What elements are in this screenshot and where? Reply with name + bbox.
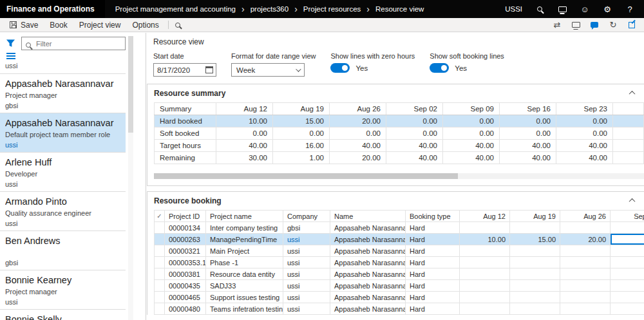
breadcrumb-item[interactable]: Project resources: [303, 5, 361, 13]
summary-column-header[interactable]: Aug 19: [273, 103, 330, 115]
summary-cell[interactable]: 40.00: [443, 152, 500, 164]
collapse-chevron-icon[interactable]: [629, 91, 636, 97]
booking-name-cell[interactable]: Appasaheb Narasanna...: [330, 292, 406, 303]
booking-column-header[interactable]: Aug 19: [510, 211, 560, 222]
summary-column-header[interactable]: Aug 12: [216, 103, 273, 115]
book-button[interactable]: Book: [44, 18, 73, 32]
booking-project-id-cell[interactable]: 00000435: [165, 280, 206, 292]
calendar-icon[interactable]: [205, 66, 213, 73]
booking-hours-cell[interactable]: [560, 222, 611, 234]
booking-hours-cell[interactable]: 15.00: [510, 234, 560, 245]
booking-project-name-cell[interactable]: Support issues testing: [206, 292, 283, 303]
booking-project-id-cell[interactable]: 00000321: [165, 245, 206, 257]
summary-cell[interactable]: 0.00: [556, 127, 613, 140]
booking-row[interactable]: 00000435SADJ33ussiAppasaheb Narasanna...…: [155, 280, 644, 292]
booking-name-cell[interactable]: Appasaheb Narasanna...: [330, 234, 406, 245]
booking-company-cell[interactable]: ussi: [283, 245, 330, 257]
open-in-new-window-icon[interactable]: [626, 19, 638, 31]
swap-company-icon[interactable]: ⇄: [551, 19, 563, 31]
resource-summary-header[interactable]: Resource summary: [147, 84, 644, 102]
booking-row[interactable]: 00000134Inter company testinggbsiAppasah…: [155, 222, 644, 234]
booking-company-cell[interactable]: ussi: [283, 292, 330, 303]
row-select-cell[interactable]: [155, 222, 165, 234]
booking-type-cell[interactable]: Hard: [406, 280, 460, 292]
summary-cell[interactable]: 30.00: [216, 152, 273, 164]
row-select-cell[interactable]: [155, 257, 165, 268]
booking-column-header[interactable]: Booking type: [406, 211, 460, 222]
summary-cell[interactable]: 40.00: [330, 140, 386, 152]
booking-row[interactable]: 00000381Resource data entityussiAppasahe…: [155, 268, 644, 280]
toolbar-search-icon[interactable]: [172, 19, 184, 31]
summary-row[interactable]: Target hours40.0016.0040.0040.0040.0040.…: [155, 140, 644, 152]
summary-cell[interactable]: 40.00: [216, 140, 273, 152]
booking-project-name-cell[interactable]: Resource data entity: [206, 268, 283, 280]
booking-hours-cell[interactable]: [510, 268, 560, 280]
booking-type-cell[interactable]: Hard: [406, 234, 460, 245]
resource-list-item[interactable]: Bonnie SkellyProject managerussi: [0, 310, 126, 320]
summary-cell[interactable]: 0.00: [443, 115, 500, 127]
breadcrumb-item[interactable]: projects360: [251, 5, 289, 13]
summary-column-header[interactable]: Sep 16: [500, 103, 556, 115]
collapse-chevron-icon[interactable]: [629, 198, 636, 205]
summary-row[interactable]: Hard booked10.0015.0020.000.000.000.000.…: [155, 115, 644, 127]
row-select-cell[interactable]: [155, 245, 165, 257]
booking-hours-cell[interactable]: [611, 257, 644, 268]
booking-hours-cell[interactable]: [510, 292, 560, 303]
booking-project-id-cell[interactable]: 00000134: [165, 222, 206, 234]
booking-column-header[interactable]: Name: [330, 211, 406, 222]
booking-project-name-cell[interactable]: Phase -1: [206, 257, 283, 268]
summary-column-header[interactable]: Aug 26: [330, 103, 386, 115]
summary-column-header[interactable]: Sep 09: [443, 103, 500, 115]
booking-column-header[interactable]: Company: [283, 211, 330, 222]
summary-cell[interactable]: 1.00: [273, 152, 330, 164]
select-all-checkmark-icon[interactable]: ✓: [155, 211, 165, 222]
summary-row[interactable]: Soft booked0.000.000.000.000.000.000.00: [155, 127, 644, 140]
booking-company-cell[interactable]: ussi: [283, 280, 330, 292]
attach-device-icon[interactable]: [570, 19, 582, 31]
booking-hours-cell[interactable]: [510, 222, 560, 234]
booking-row[interactable]: 00000465Support issues testingussiAppasa…: [155, 292, 644, 303]
resource-list-item[interactable]: Ben Andrewsgbsi: [0, 231, 126, 270]
booking-type-cell[interactable]: Hard: [406, 292, 460, 303]
resource-booking-header[interactable]: Resource booking: [147, 192, 644, 209]
summary-cell[interactable]: 40.00: [556, 140, 613, 152]
app-title[interactable]: Finance and Operations: [0, 0, 105, 18]
booking-hours-cell[interactable]: [611, 292, 644, 303]
booking-column-header[interactable]: Project name: [206, 211, 283, 222]
zero-hours-toggle[interactable]: [330, 63, 350, 73]
company-badge[interactable]: USSI: [505, 5, 522, 13]
save-button[interactable]: Save: [4, 18, 44, 32]
help-icon[interactable]: ?: [625, 4, 635, 14]
booking-hours-cell[interactable]: [460, 292, 510, 303]
sidebar-scrollbar[interactable]: [128, 36, 133, 320]
summary-cell[interactable]: 16.00: [273, 140, 330, 152]
booking-hours-cell[interactable]: 10.00: [460, 234, 510, 245]
booking-project-name-cell[interactable]: Inter company testing: [206, 222, 283, 234]
booking-name-cell[interactable]: Appasaheb Narasanna...: [330, 280, 406, 292]
booking-hours-cell[interactable]: [510, 257, 560, 268]
summary-cell[interactable]: 0.00: [500, 127, 556, 140]
booking-project-name-cell[interactable]: ManagePendingTime: [206, 234, 283, 245]
soft-booking-toggle[interactable]: [430, 63, 449, 73]
booking-hours-cell[interactable]: [560, 280, 611, 292]
summary-cell[interactable]: 0.00: [386, 115, 443, 127]
booking-type-cell[interactable]: Hard: [406, 268, 460, 280]
booking-project-name-cell[interactable]: Teams infetration testing: [206, 303, 283, 315]
resource-list-item[interactable]: Armando PintoQuality assurance engineeru…: [0, 192, 126, 231]
booking-hours-cell[interactable]: [560, 257, 611, 268]
summary-cell[interactable]: 0.00: [330, 127, 386, 140]
breadcrumb-item[interactable]: Resource view: [375, 5, 424, 13]
breadcrumb-item[interactable]: Project management and accounting: [115, 5, 236, 13]
row-select-cell[interactable]: [155, 268, 165, 280]
booking-hours-cell[interactable]: 20.00: [560, 234, 611, 245]
settings-gear-icon[interactable]: ⚙: [602, 4, 612, 14]
summary-cell[interactable]: 40.00: [386, 152, 443, 164]
horizontal-scrollbar-thumb[interactable]: [154, 173, 458, 179]
booking-type-cell[interactable]: Hard: [406, 303, 460, 315]
summary-cell[interactable]: 0.00: [386, 127, 443, 140]
booking-company-cell[interactable]: ussi: [283, 257, 330, 268]
booking-hours-cell[interactable]: [611, 268, 644, 280]
booking-project-id-cell[interactable]: 00000381: [165, 268, 206, 280]
booking-hours-cell[interactable]: [510, 303, 560, 315]
summary-cell[interactable]: 0.00: [273, 127, 330, 140]
